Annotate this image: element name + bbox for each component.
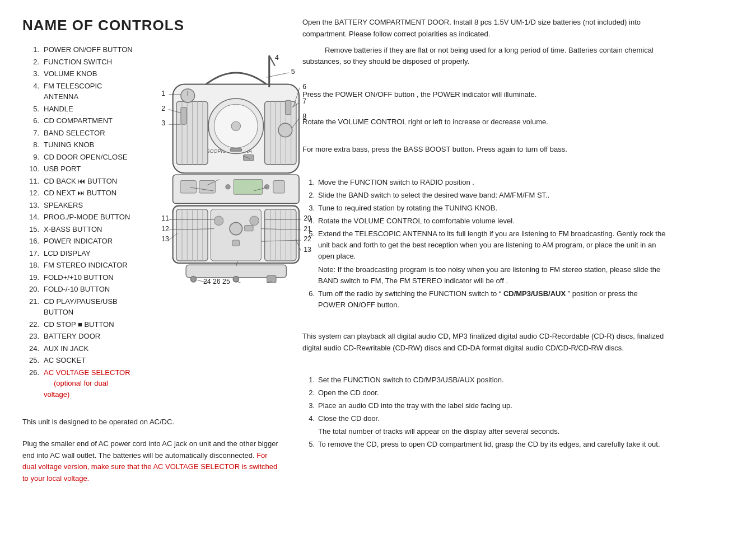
svg-rect-53 [273, 181, 284, 194]
radio-step-item: 3.Tune to required station by rotating t… [302, 203, 666, 214]
svg-point-69 [250, 216, 259, 225]
battery-body-indent: Remove batteries if they are flat or not… [302, 45, 666, 68]
control-item: 25.AC SOCKET [22, 355, 134, 366]
cd-step-item: 3.Place an audio CD into the tray with t… [302, 400, 666, 411]
control-item: 19.FOLD+/+10 BUTTON [22, 272, 134, 283]
svg-point-70 [230, 222, 242, 235]
cd-steps: 1.Set the FUNCTION switch to CD/MP3/USB/… [302, 374, 666, 451]
svg-rect-51 [234, 180, 262, 195]
cd-step-item: 5.To remove the CD, press to open CD com… [302, 439, 666, 450]
svg-text:3: 3 [161, 119, 165, 127]
svg-text:4: 4 [275, 54, 279, 62]
control-item: 8.TUNING KNOB [22, 139, 134, 151]
svg-point-75 [233, 277, 239, 282]
control-item: 26.AC VOLTAGE SELECTOR(optional for dual… [22, 367, 134, 400]
svg-text:7: 7 [302, 97, 306, 105]
control-item: 20.FOLD-/-10 BUTTON [22, 284, 134, 295]
power-body2: Plug the smaller end of AC power cord in… [22, 438, 280, 485]
radio-step-item: Note: If the broadcasting program is too… [302, 264, 666, 287]
control-item: 9.CD DOOR OPEN/CLOSE [22, 152, 134, 163]
cd-step-item: 2.Open the CD door. [302, 387, 666, 399]
control-item: 24.AUX IN JACK [22, 343, 134, 354]
radio-step-item: 6.Turn off the radio by switching the FU… [302, 288, 666, 311]
control-item: 22.CD STOP ■ BUTTON [22, 319, 134, 330]
cd-info-text: This system can playback all digital aud… [302, 331, 666, 354]
svg-point-52 [265, 185, 269, 189]
svg-rect-40 [230, 148, 241, 151]
svg-text:1: 1 [161, 90, 165, 97]
cd-step-item: The total number of tracks will appear o… [302, 426, 666, 437]
svg-text:11: 11 [161, 214, 169, 222]
svg-rect-72 [245, 225, 253, 231]
control-item: 15.X-BASS BUTTON [22, 224, 134, 235]
radio-step-item: 4.Rotate the VOLUME CONTROL to comfortab… [302, 216, 666, 227]
radio-step-item: 1.Move the FUNCTION switch to RADIO posi… [302, 177, 666, 188]
svg-point-68 [214, 216, 223, 225]
cd-step-item: 4.Close the CD door. [302, 413, 666, 424]
control-item: 18.FM STEREO INDICATOR [22, 260, 134, 271]
power-on-text: Press the POWER ON/OFF button , the POWE… [302, 89, 666, 101]
control-item: 11.CD BACK ⏮ BUTTON [22, 176, 134, 187]
svg-text:12: 12 [161, 225, 169, 233]
svg-text:2: 2 [161, 105, 165, 113]
control-item: 3.VOLUME KNOB [22, 68, 134, 79]
svg-rect-48 [180, 181, 197, 194]
battery-body: Open the BATTERY COMPARTMENT DOOR. Insta… [302, 17, 666, 40]
control-item: 2.FUNCTION SWITCH [22, 57, 134, 68]
power-body1: This unit is designed to be operated on … [22, 416, 280, 428]
control-item: 5.HANDLE [22, 104, 134, 115]
radio-steps: 1.Move the FUNCTION switch to RADIO posi… [302, 177, 666, 311]
device-diagram: 4 5 6 7 8 1 2 3 9 10 [151, 50, 353, 285]
bass-text: For more extra bass, press the BASS BOOS… [302, 144, 666, 156]
control-item: 10.USB PORT [22, 163, 134, 175]
control-item: 14.PROG./P-MODE BUTTON [22, 212, 134, 223]
svg-text:21: 21 [304, 225, 311, 233]
volume-text: Rotate the VOLUME CONTROL right or left … [302, 116, 666, 128]
svg-text:13: 13 [304, 246, 311, 254]
control-item: 13.SPEAKERS [22, 200, 134, 211]
svg-rect-44 [285, 100, 291, 115]
radio-step-item: 5.Extend the TELESCOPIC ANTENNA to its f… [302, 228, 666, 262]
svg-point-39 [231, 121, 240, 130]
svg-point-74 [190, 277, 196, 282]
control-item: 17.LCD DISPLAY [22, 248, 134, 259]
svg-text:20: 20 [304, 214, 311, 222]
svg-text:24   26  25: 24 26 25 [203, 278, 230, 285]
page-title: NAME OF CONTROLS [22, 17, 291, 34]
svg-text:22: 22 [304, 235, 311, 243]
svg-text:6: 6 [302, 83, 306, 91]
svg-point-45 [278, 123, 292, 137]
controls-list: 1.POWER ON/OFF BUTTON2.FUNCTION SWITCH3.… [22, 44, 134, 400]
radio-step-item: 2.Slide the BAND switch to select the de… [302, 190, 666, 201]
svg-text:5: 5 [291, 68, 295, 76]
cd-step-item: 1.Set the FUNCTION switch to CD/MP3/USB/… [302, 374, 666, 386]
control-item: 21.CD PLAY/PAUSE/USB BUTTON [22, 296, 134, 318]
svg-rect-47 [244, 154, 254, 160]
svg-text:13: 13 [161, 235, 169, 243]
control-item: 23.BATTERY DOOR [22, 331, 134, 342]
control-item: 16.POWER INDICATOR [22, 236, 134, 247]
svg-point-50 [226, 185, 230, 189]
control-item: 1.POWER ON/OFF BUTTON [22, 44, 134, 55]
control-item: 12.CD NEXT ⏭ BUTTON [22, 188, 134, 199]
svg-text:8: 8 [302, 113, 306, 120]
svg-rect-43 [181, 107, 186, 124]
control-item: 6.CD COMPARTMENT [22, 115, 134, 127]
svg-rect-71 [232, 240, 239, 246]
control-item: 7.BAND SELECTOR [22, 128, 134, 139]
control-item: 4.FM TELESCOPIC ANTENNA [22, 81, 134, 102]
